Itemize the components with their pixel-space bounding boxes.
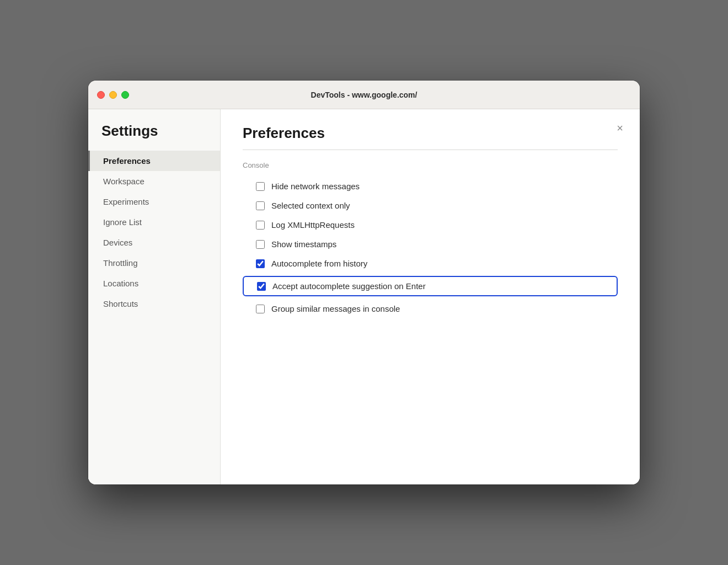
sidebar-item-preferences[interactable]: Preferences bbox=[88, 151, 220, 171]
checkbox-show-timestamps[interactable] bbox=[256, 240, 265, 249]
checkbox-row-group-similar: Group similar messages in console bbox=[243, 300, 618, 318]
checkboxes-container: Hide network messages Selected context o… bbox=[243, 177, 618, 318]
checkbox-label-autocomplete-history[interactable]: Autocomplete from history bbox=[271, 259, 367, 268]
sidebar-item-locations[interactable]: Locations bbox=[88, 273, 220, 294]
checkbox-log-xml[interactable] bbox=[256, 221, 265, 230]
main-panel: × Preferences Console Hide network messa… bbox=[221, 109, 640, 484]
checkbox-row-autocomplete-history: Autocomplete from history bbox=[243, 254, 618, 273]
sidebar: Settings Preferences Workspace Experimen… bbox=[88, 109, 221, 484]
traffic-lights bbox=[97, 91, 129, 99]
titlebar-title: DevTools - www.google.com/ bbox=[311, 90, 417, 99]
devtools-window: DevTools - www.google.com/ Settings Pref… bbox=[88, 81, 640, 484]
titlebar: DevTools - www.google.com/ bbox=[88, 81, 640, 109]
checkbox-row-log-xml: Log XMLHttpRequests bbox=[243, 216, 618, 234]
checkbox-accept-autocomplete[interactable] bbox=[257, 282, 266, 291]
checkbox-row-show-timestamps: Show timestamps bbox=[243, 235, 618, 253]
maximize-traffic-light[interactable] bbox=[121, 91, 129, 99]
checkbox-label-log-xml[interactable]: Log XMLHttpRequests bbox=[271, 220, 355, 230]
checkbox-row-accept-autocomplete: Accept autocomplete suggestion on Enter bbox=[243, 276, 618, 296]
checkbox-row-selected-context: Selected context only bbox=[243, 196, 618, 215]
panel-divider bbox=[243, 150, 618, 150]
sidebar-item-workspace[interactable]: Workspace bbox=[88, 171, 220, 191]
section-label: Console bbox=[243, 161, 618, 169]
checkbox-selected-context[interactable] bbox=[256, 201, 265, 210]
sidebar-item-experiments[interactable]: Experiments bbox=[88, 191, 220, 212]
sidebar-item-throttling[interactable]: Throttling bbox=[88, 253, 220, 273]
checkbox-label-group-similar[interactable]: Group similar messages in console bbox=[271, 304, 400, 313]
checkbox-label-selected-context[interactable]: Selected context only bbox=[271, 201, 350, 210]
close-button[interactable]: × bbox=[613, 120, 627, 136]
minimize-traffic-light[interactable] bbox=[109, 91, 117, 99]
checkbox-group-similar[interactable] bbox=[256, 305, 265, 313]
content-area: Settings Preferences Workspace Experimen… bbox=[88, 109, 640, 484]
checkbox-hide-network[interactable] bbox=[256, 182, 265, 191]
close-traffic-light[interactable] bbox=[97, 91, 105, 99]
checkbox-row-hide-network: Hide network messages bbox=[243, 177, 618, 195]
checkbox-autocomplete-history[interactable] bbox=[256, 259, 265, 268]
sidebar-item-devices[interactable]: Devices bbox=[88, 232, 220, 253]
sidebar-item-shortcuts[interactable]: Shortcuts bbox=[88, 294, 220, 314]
checkbox-label-accept-autocomplete[interactable]: Accept autocomplete suggestion on Enter bbox=[272, 281, 426, 291]
panel-title: Preferences bbox=[243, 125, 618, 142]
checkbox-label-show-timestamps[interactable]: Show timestamps bbox=[271, 239, 336, 249]
checkbox-label-hide-network[interactable]: Hide network messages bbox=[271, 182, 360, 191]
sidebar-item-ignore-list[interactable]: Ignore List bbox=[88, 212, 220, 232]
sidebar-heading: Settings bbox=[88, 122, 220, 151]
